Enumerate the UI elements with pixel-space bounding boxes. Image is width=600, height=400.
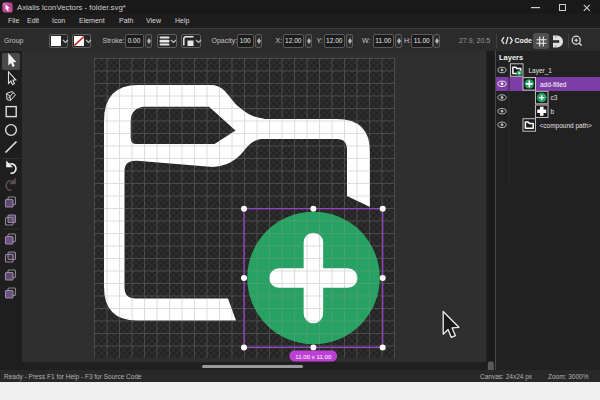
- svg-text:b: b: [551, 108, 555, 115]
- svg-text:<compound path>: <compound path>: [540, 122, 593, 130]
- svg-text:c3: c3: [551, 94, 558, 101]
- svg-text:Layer_1: Layer_1: [529, 67, 553, 75]
- svg-text:11.00 x 11.00: 11.00 x 11.00: [295, 353, 332, 360]
- svg-text:add-filled: add-filled: [540, 81, 567, 88]
